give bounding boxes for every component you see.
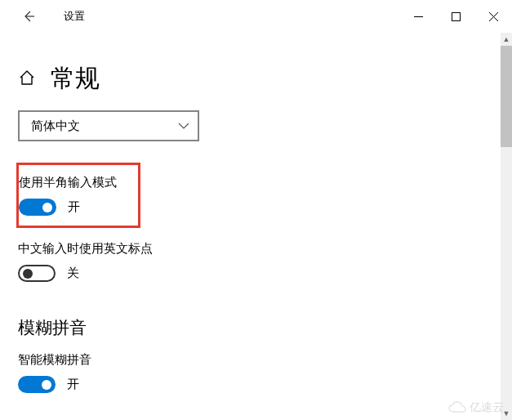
svg-rect-0: [452, 12, 460, 20]
content-area: 常规 简体中文 使用半角输入模式 开 中文输入时使用英文标点 关 模糊拼音 智能…: [0, 33, 512, 393]
halfwidth-toggle[interactable]: [19, 199, 56, 216]
chevron-down-icon: [178, 123, 189, 129]
smart-fuzzy-state: 开: [67, 377, 79, 392]
window-controls: [399, 3, 512, 29]
home-icon[interactable]: [18, 69, 36, 90]
window-title: 设置: [64, 9, 85, 24]
close-icon: [489, 12, 498, 21]
smart-fuzzy-label: 智能模糊拼音: [18, 352, 494, 368]
english-punct-label: 中文输入时使用英文标点: [18, 241, 494, 257]
back-button[interactable]: [16, 4, 41, 29]
scrollbar-thumb[interactable]: [501, 46, 512, 147]
smart-fuzzy-toggle-row: 开: [18, 376, 494, 393]
close-button[interactable]: [474, 3, 512, 29]
smart-fuzzy-toggle[interactable]: [18, 376, 56, 393]
halfwidth-toggle-row: 开: [19, 199, 130, 216]
vertical-scrollbar[interactable]: ▲ ▼: [501, 33, 512, 420]
minimize-icon: [414, 12, 423, 21]
language-dropdown[interactable]: 简体中文: [18, 110, 199, 141]
dropdown-selected-value: 简体中文: [31, 118, 80, 134]
cloud-icon: [448, 401, 466, 414]
toggle-knob: [42, 203, 52, 212]
maximize-button[interactable]: [437, 3, 474, 29]
english-punct-toggle-row: 关: [18, 265, 494, 282]
minimize-button[interactable]: [399, 3, 437, 29]
watermark: 亿速云: [448, 400, 504, 415]
english-punct-state: 关: [67, 266, 79, 281]
toggle-knob: [23, 269, 33, 279]
page-header: 常规: [18, 62, 494, 96]
fuzzy-pinyin-header: 模糊拼音: [18, 316, 494, 339]
arrow-left-icon: [22, 10, 35, 23]
smart-fuzzy-setting: 智能模糊拼音 开: [18, 352, 494, 393]
page-title: 常规: [51, 62, 100, 96]
english-punct-setting: 中文输入时使用英文标点 关: [18, 241, 494, 282]
watermark-text: 亿速云: [470, 400, 504, 415]
maximize-icon: [452, 12, 461, 21]
halfwidth-state: 开: [68, 199, 80, 215]
halfwidth-label: 使用半角输入模式: [19, 175, 130, 190]
scrollbar-up-arrow[interactable]: ▲: [501, 33, 512, 46]
titlebar: 设置: [0, 0, 512, 33]
highlighted-setting: 使用半角输入模式 开: [16, 163, 140, 228]
toggle-knob: [42, 380, 51, 390]
english-punct-toggle[interactable]: [18, 265, 56, 282]
